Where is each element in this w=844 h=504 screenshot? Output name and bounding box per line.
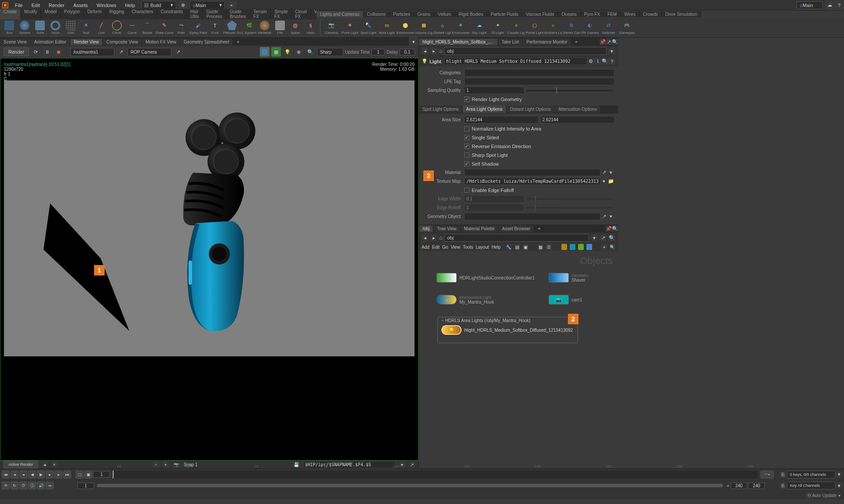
netmenu-tools[interactable]: Tools (463, 245, 473, 250)
tab-scene-view[interactable]: Scene View (0, 39, 31, 45)
area-size-y-input[interactable] (540, 116, 615, 123)
param-path-input[interactable]: obj (444, 47, 607, 55)
last-frame-button[interactable]: ⏭ (63, 471, 71, 479)
shelf-skylight[interactable]: ☁Sky Light (470, 21, 488, 35)
path-dd-icon[interactable]: ▾ (591, 234, 598, 241)
shelf-tab[interactable]: Particles (389, 11, 414, 17)
menu-edit[interactable]: Edit (27, 1, 44, 10)
fwd-icon[interactable]: ▸ (430, 47, 437, 54)
pin-icon[interactable]: 📌 (606, 225, 612, 232)
key-menu-icon[interactable]: ▾ (836, 471, 842, 478)
path-menu-icon[interactable]: ▾ (608, 47, 615, 54)
sampling-slider[interactable] (526, 90, 613, 91)
self-shadow-checkbox[interactable] (464, 161, 469, 167)
color-sample-icon[interactable]: ▦ (271, 47, 281, 57)
shelf-path[interactable]: ⤳Path (174, 21, 189, 35)
cloud-icon[interactable]: ☁ (825, 0, 834, 10)
tab-obj[interactable]: /obj (419, 225, 433, 232)
shelf-tab[interactable]: Model (41, 9, 60, 19)
search-icon[interactable]: 🔍 (610, 244, 615, 250)
shelf-tab[interactable]: Oceans (558, 11, 580, 17)
tab-add[interactable]: + (571, 38, 581, 45)
material-menu-icon[interactable]: ▾ (608, 169, 615, 176)
list-icon[interactable]: ▤ (514, 244, 520, 250)
render-geom-checkbox[interactable] (464, 97, 469, 102)
node-cam1[interactable]: 📷 cam1 (549, 295, 582, 305)
netmenu-view[interactable]: View (451, 245, 460, 250)
back-icon[interactable]: ◂ (422, 47, 429, 54)
flag2-icon[interactable] (570, 244, 575, 250)
menu-windows[interactable]: Windows (92, 1, 121, 10)
shelf-arealight[interactable]: ▭Area Light (378, 21, 396, 35)
tab-asset[interactable]: Asset Browser (498, 225, 534, 232)
shelf-sphere[interactable]: Sphere (18, 21, 32, 35)
netmenu-layout[interactable]: Layout (476, 245, 489, 250)
node-name-input[interactable] (444, 58, 587, 65)
shelf-box[interactable]: Box (2, 21, 17, 35)
shelf-stereocam[interactable]: ⧉Stereo Camera (563, 21, 580, 35)
list2-icon[interactable]: ☰ (546, 244, 552, 250)
shelf-envlight2[interactable]: ☀Environment Light (452, 21, 469, 35)
sampling-input[interactable] (464, 87, 524, 94)
material-jump-icon[interactable]: ↗ (600, 169, 608, 176)
shelf-null[interactable]: ✕Null (79, 21, 93, 35)
range-start-input[interactable] (77, 482, 94, 489)
tab-tree[interactable]: Tree View (433, 225, 460, 232)
texmap-dd-icon[interactable]: ▾ (600, 178, 608, 185)
shelf-tab[interactable]: Crowds (640, 11, 662, 17)
shelf-ambientlight[interactable]: ○Ambient Light (544, 21, 562, 35)
shelf-tab[interactable]: Rigid Bodies (455, 11, 487, 17)
globe-icon[interactable]: 🌐 (260, 47, 269, 57)
context-dropdown[interactable]: ⌂ Main▾ (189, 1, 225, 9)
tab-add[interactable]: + (535, 225, 544, 232)
flag3-icon[interactable] (578, 244, 584, 250)
right-context-dropdown[interactable]: ⌂ Main (797, 1, 823, 9)
node-hlight[interactable]: 💡 hlight_HDRLS_Medium_Softbox_Diffused_1… (441, 325, 573, 335)
shelf-tab[interactable]: Simple FX (271, 9, 292, 19)
shelf-tab[interactable]: Collisions (364, 11, 390, 17)
shelf-gamepad[interactable]: 🎮Gamepad (618, 21, 636, 35)
lpe-input[interactable] (464, 78, 615, 85)
light-icon[interactable]: 💡 (283, 47, 292, 57)
shelf-platonic[interactable]: Platonic Solids (223, 21, 241, 35)
tab-atten[interactable]: Attenuation Options (555, 105, 601, 113)
shelf-envlight[interactable]: ⬤Environment Light (397, 21, 414, 35)
flag4-icon[interactable] (586, 244, 592, 250)
shelf-tab[interactable]: Deform (84, 9, 106, 19)
shelf-switcher[interactable]: ⇄Switcher (600, 21, 617, 35)
maximize-icon[interactable]: ▣ (523, 244, 528, 250)
shelf-tab[interactable]: Guide Process (203, 9, 226, 19)
node-hdrlsc[interactable]: ⬚ HDRLightStudioConnectionController1 (437, 273, 535, 283)
shelf-tab[interactable]: Grains (414, 11, 434, 17)
shelf-causticlight[interactable]: ⟡Caustic Light (507, 21, 525, 35)
stop-icon[interactable]: ⏺ (54, 47, 63, 57)
netmenu-help[interactable]: Help (491, 245, 501, 250)
netmenu-go[interactable]: Go (442, 245, 448, 250)
play-fwd-button[interactable]: ▶ (37, 471, 45, 479)
shelf-tab[interactable]: Rigging (106, 9, 128, 19)
network-path-input[interactable]: obj (444, 234, 589, 242)
render-button[interactable]: Render (4, 47, 29, 56)
current-frame-input[interactable] (93, 471, 110, 478)
netmenu-add[interactable]: Add (422, 245, 429, 250)
key-all-icon[interactable]: ⎘ (780, 471, 786, 478)
path-jump-icon[interactable]: ↗ (600, 234, 607, 241)
shelf-camera[interactable]: 📷Camera (323, 21, 340, 35)
geom-jump-icon[interactable]: ↗ (600, 213, 608, 220)
mode2-button[interactable]: ▣ (84, 471, 92, 479)
tab-param-node[interactable]: hlight_HDRLS_Medium_Softbox_Diffused_121… (419, 39, 498, 45)
shelf-metaball[interactable]: Metaball (257, 21, 272, 35)
simulate-icon[interactable]: ⟲ (806, 492, 812, 498)
area-size-x-input[interactable] (464, 116, 538, 123)
tab-anim-editor[interactable]: Animation Editor (31, 39, 70, 45)
pin-icon[interactable]: 📌 (600, 39, 606, 45)
zoom-icon[interactable]: 🔍 (306, 47, 315, 57)
shelf-volumelight[interactable]: ▦Volume Light (415, 21, 433, 35)
next-key-button[interactable]: ▸ (55, 471, 62, 479)
shelf-tab[interactable]: Create (0, 9, 21, 19)
close-snap-icon[interactable]: × (51, 461, 58, 468)
tab-spot[interactable]: Spot Light Options (419, 105, 462, 113)
wrench-icon[interactable]: 🔧 (506, 244, 512, 250)
range-bar[interactable] (97, 484, 723, 487)
sharp-dropdown[interactable]: Sharp (317, 48, 343, 56)
